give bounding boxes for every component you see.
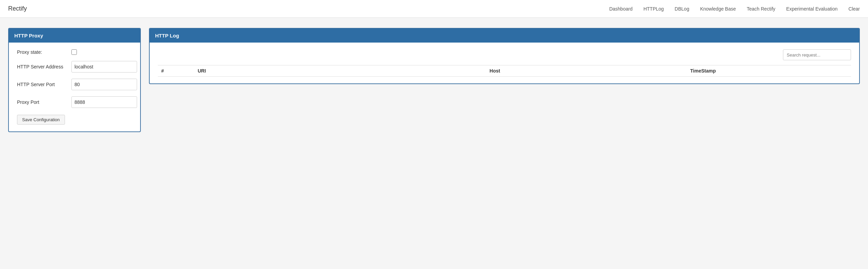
- nav-item-experimental-evaluation[interactable]: Experimental Evaluation: [786, 6, 838, 12]
- http-server-address-row: HTTP Server Address: [17, 61, 132, 73]
- search-input[interactable]: [783, 49, 851, 60]
- app-brand: Rectify: [8, 5, 27, 12]
- nav-item-dashboard[interactable]: Dashboard: [609, 6, 633, 12]
- nav-item-teach-rectify[interactable]: Teach Rectify: [747, 6, 775, 12]
- save-configuration-button[interactable]: Save Configuration: [17, 115, 65, 125]
- col-header-timestamp: TimeStamp: [687, 65, 851, 77]
- proxy-state-row: Proxy state:: [17, 49, 132, 55]
- http-proxy-panel-header: HTTP Proxy: [9, 29, 140, 43]
- http-log-panel-body: # URI Host TimeStamp: [150, 43, 859, 83]
- http-server-address-label: HTTP Server Address: [17, 64, 71, 69]
- search-row: [158, 49, 851, 60]
- http-proxy-panel-body: Proxy state: HTTP Server Address HTTP Se…: [9, 43, 140, 131]
- col-header-num: #: [158, 65, 194, 77]
- log-table: # URI Host TimeStamp: [158, 65, 851, 77]
- proxy-port-row: Proxy Port: [17, 96, 132, 108]
- log-table-header-row: # URI Host TimeStamp: [158, 65, 851, 77]
- navbar: Rectify Dashboard HTTPLog DBLog Knowledg…: [0, 0, 868, 18]
- nav-links: Dashboard HTTPLog DBLog Knowledge Base T…: [609, 6, 860, 12]
- http-server-port-label: HTTP Server Port: [17, 82, 71, 87]
- log-table-head: # URI Host TimeStamp: [158, 65, 851, 77]
- http-log-panel: HTTP Log # URI Host TimeStamp: [149, 28, 860, 84]
- proxy-port-input[interactable]: [71, 96, 137, 108]
- http-server-port-input[interactable]: [71, 79, 137, 90]
- main-content: HTTP Proxy Proxy state: HTTP Server Addr…: [0, 18, 868, 142]
- col-header-uri: URI: [194, 65, 486, 77]
- nav-item-knowledge-base[interactable]: Knowledge Base: [700, 6, 736, 12]
- http-server-address-input[interactable]: [71, 61, 137, 73]
- proxy-state-checkbox[interactable]: [71, 49, 77, 55]
- http-log-panel-header: HTTP Log: [150, 29, 859, 43]
- proxy-port-label: Proxy Port: [17, 99, 71, 105]
- http-server-port-row: HTTP Server Port: [17, 79, 132, 90]
- nav-item-httplog[interactable]: HTTPLog: [644, 6, 664, 12]
- col-header-host: Host: [486, 65, 687, 77]
- http-proxy-panel: HTTP Proxy Proxy state: HTTP Server Addr…: [8, 28, 141, 132]
- nav-item-dblog[interactable]: DBLog: [675, 6, 689, 12]
- save-row: Save Configuration: [17, 115, 132, 125]
- nav-item-clear[interactable]: Clear: [849, 6, 860, 12]
- proxy-state-label: Proxy state:: [17, 49, 71, 55]
